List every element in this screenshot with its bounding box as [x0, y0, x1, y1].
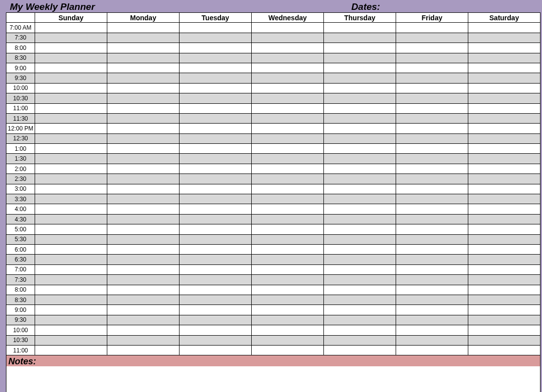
time-slot[interactable] — [107, 255, 180, 264]
time-slot[interactable] — [468, 345, 541, 355]
time-slot[interactable] — [180, 43, 252, 53]
time-slot[interactable] — [396, 184, 468, 194]
time-slot[interactable] — [35, 133, 107, 143]
time-slot[interactable] — [252, 234, 324, 244]
time-slot[interactable] — [107, 63, 180, 73]
time-slot[interactable] — [396, 345, 468, 355]
time-slot[interactable] — [252, 285, 324, 295]
time-slot[interactable] — [35, 93, 107, 103]
time-slot[interactable] — [252, 83, 324, 93]
time-slot[interactable] — [252, 73, 324, 83]
time-slot[interactable] — [468, 93, 541, 103]
time-slot[interactable] — [396, 43, 468, 53]
time-slot[interactable] — [35, 315, 107, 325]
time-slot[interactable] — [35, 224, 107, 234]
time-slot[interactable] — [468, 73, 541, 83]
time-slot[interactable] — [324, 325, 396, 335]
time-slot[interactable] — [468, 335, 541, 345]
time-slot[interactable] — [35, 255, 107, 264]
time-slot[interactable] — [252, 144, 324, 154]
time-slot[interactable] — [396, 325, 468, 335]
time-slot[interactable] — [396, 295, 468, 305]
time-slot[interactable] — [107, 93, 180, 103]
time-slot[interactable] — [468, 275, 541, 285]
time-slot[interactable] — [107, 144, 180, 154]
time-slot[interactable] — [107, 285, 180, 295]
time-slot[interactable] — [107, 174, 180, 184]
time-slot[interactable] — [252, 275, 324, 285]
time-slot[interactable] — [252, 113, 324, 123]
time-slot[interactable] — [324, 144, 396, 154]
time-slot[interactable] — [396, 275, 468, 285]
time-slot[interactable] — [468, 144, 541, 154]
time-slot[interactable] — [35, 295, 107, 305]
time-slot[interactable] — [252, 103, 324, 113]
time-slot[interactable] — [396, 335, 468, 345]
time-slot[interactable] — [35, 214, 107, 224]
time-slot[interactable] — [324, 124, 396, 133]
time-slot[interactable] — [35, 164, 107, 174]
time-slot[interactable] — [35, 113, 107, 123]
time-slot[interactable] — [107, 305, 180, 315]
time-slot[interactable] — [107, 73, 180, 83]
time-slot[interactable] — [180, 174, 252, 184]
time-slot[interactable] — [35, 204, 107, 214]
time-slot[interactable] — [252, 204, 324, 214]
time-slot[interactable] — [107, 33, 180, 43]
time-slot[interactable] — [252, 315, 324, 325]
time-slot[interactable] — [324, 23, 396, 33]
time-slot[interactable] — [468, 204, 541, 214]
time-slot[interactable] — [468, 113, 541, 123]
time-slot[interactable] — [252, 164, 324, 174]
time-slot[interactable] — [180, 315, 252, 325]
time-slot[interactable] — [396, 214, 468, 224]
time-slot[interactable] — [324, 174, 396, 184]
time-slot[interactable] — [324, 234, 396, 244]
time-slot[interactable] — [468, 63, 541, 73]
time-slot[interactable] — [35, 264, 107, 274]
time-slot[interactable] — [468, 83, 541, 93]
time-slot[interactable] — [324, 285, 396, 295]
time-slot[interactable] — [107, 224, 180, 234]
time-slot[interactable] — [324, 224, 396, 234]
time-slot[interactable] — [180, 124, 252, 133]
time-slot[interactable] — [252, 23, 324, 33]
time-slot[interactable] — [107, 154, 180, 164]
time-slot[interactable] — [35, 194, 107, 204]
time-slot[interactable] — [180, 275, 252, 285]
time-slot[interactable] — [180, 264, 252, 274]
time-slot[interactable] — [107, 103, 180, 113]
time-slot[interactable] — [396, 33, 468, 43]
time-slot[interactable] — [324, 43, 396, 53]
time-slot[interactable] — [396, 154, 468, 164]
time-slot[interactable] — [180, 285, 252, 295]
time-slot[interactable] — [180, 204, 252, 214]
time-slot[interactable] — [324, 83, 396, 93]
time-slot[interactable] — [324, 113, 396, 123]
time-slot[interactable] — [252, 133, 324, 143]
time-slot[interactable] — [180, 214, 252, 224]
time-slot[interactable] — [396, 255, 468, 264]
time-slot[interactable] — [35, 305, 107, 315]
time-slot[interactable] — [396, 194, 468, 204]
time-slot[interactable] — [107, 43, 180, 53]
time-slot[interactable] — [468, 124, 541, 133]
time-slot[interactable] — [324, 345, 396, 355]
notes-area[interactable] — [6, 366, 541, 392]
time-slot[interactable] — [468, 295, 541, 305]
time-slot[interactable] — [324, 63, 396, 73]
time-slot[interactable] — [468, 315, 541, 325]
time-slot[interactable] — [468, 244, 541, 254]
time-slot[interactable] — [252, 154, 324, 164]
time-slot[interactable] — [324, 295, 396, 305]
time-slot[interactable] — [180, 83, 252, 93]
time-slot[interactable] — [468, 43, 541, 53]
time-slot[interactable] — [468, 214, 541, 224]
time-slot[interactable] — [468, 194, 541, 204]
time-slot[interactable] — [468, 154, 541, 164]
time-slot[interactable] — [35, 174, 107, 184]
time-slot[interactable] — [107, 164, 180, 174]
time-slot[interactable] — [35, 63, 107, 73]
time-slot[interactable] — [180, 305, 252, 315]
time-slot[interactable] — [107, 53, 180, 63]
